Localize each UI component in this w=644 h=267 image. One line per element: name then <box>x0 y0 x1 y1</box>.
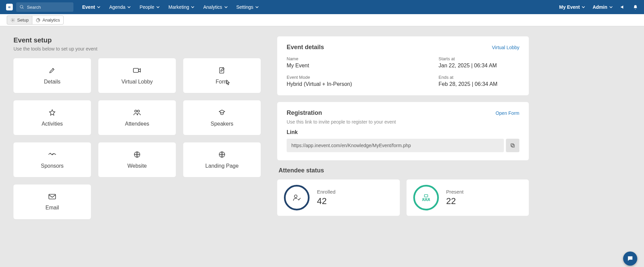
nav-label: People <box>139 4 154 10</box>
speaker-icon <box>218 109 226 116</box>
gear-icon <box>10 18 15 23</box>
chevron-down-icon <box>255 5 259 9</box>
nav-label: Event <box>82 4 95 10</box>
nav-label: Agenda <box>109 4 125 10</box>
enrolled-card[interactable]: Enrolled 42 <box>277 179 400 216</box>
audience-icon <box>421 194 431 201</box>
virtual-lobby-link[interactable]: Virtual Lobby <box>492 45 519 50</box>
enrolled-value: 42 <box>317 196 335 206</box>
svg-point-16 <box>425 198 427 200</box>
tile-label: Email <box>45 205 59 211</box>
tile-form[interactable]: Form <box>183 58 261 93</box>
nav-item-agenda[interactable]: Agenda <box>109 4 131 10</box>
svg-rect-11 <box>512 144 514 147</box>
form-icon <box>218 67 226 74</box>
mode-value: Hybrid (Virtual + In-Person) <box>287 81 418 87</box>
tile-label: Attendees <box>125 121 149 127</box>
nav-item-analytics[interactable]: Analytics <box>203 4 227 10</box>
people-icon <box>133 109 141 116</box>
tile-label: Activities <box>41 121 63 127</box>
bell-icon[interactable] <box>633 5 638 10</box>
pencil-icon <box>48 67 56 74</box>
link-label: Link <box>287 129 519 135</box>
tile-sponsors[interactable]: Sponsors <box>13 142 91 177</box>
mode-label: Event Mode <box>287 75 418 80</box>
copy-icon <box>510 143 515 148</box>
tile-activities[interactable]: Activities <box>13 100 91 135</box>
present-card[interactable]: Present 22 <box>407 179 529 216</box>
top-nav: IE Event Agenda People Marketing Analyti… <box>0 0 644 14</box>
chevron-down-icon <box>224 5 228 9</box>
enrolled-ring <box>284 185 310 210</box>
name-label: Name <box>287 56 418 61</box>
enrolled-label: Enrolled <box>317 189 335 195</box>
setup-column: Event setup Use the tools below to set u… <box>13 36 261 219</box>
globe-icon <box>218 151 226 158</box>
tab-analytics-label: Analytics <box>42 18 60 23</box>
svg-point-15 <box>423 198 424 200</box>
nav-right: My Event Admin <box>559 4 638 10</box>
svg-point-13 <box>294 195 297 198</box>
nav-item-people[interactable]: People <box>139 4 160 10</box>
tile-attendees[interactable]: Attendees <box>98 100 176 135</box>
tab-analytics[interactable]: Analytics <box>32 15 64 25</box>
tile-label: Virtual Lobby <box>121 79 153 85</box>
start-value: Jan 22, 2025 | 06:34 AM <box>439 63 519 69</box>
user-menu[interactable]: Admin <box>592 4 613 10</box>
sub-toolbar: Setup Analytics <box>0 14 644 26</box>
page-subtitle: Use the tools below to set up your event <box>13 46 261 52</box>
name-value: My Event <box>287 63 418 69</box>
tile-email[interactable]: Email <box>13 185 91 219</box>
present-label: Present <box>446 189 464 195</box>
copy-button[interactable] <box>506 139 519 152</box>
setup-grid: Details Virtual Lobby Form Activities At… <box>13 58 261 219</box>
tile-label: Speakers <box>211 121 233 127</box>
tile-speakers[interactable]: Speakers <box>183 100 261 135</box>
svg-rect-12 <box>511 144 514 146</box>
svg-point-0 <box>20 5 23 8</box>
chart-icon <box>36 18 40 23</box>
nav-item-event[interactable]: Event <box>82 4 100 10</box>
event-switcher-label: My Event <box>559 4 580 10</box>
present-ring <box>413 185 439 210</box>
chevron-down-icon <box>97 5 100 9</box>
tile-label: Website <box>127 163 147 169</box>
tile-label: Sponsors <box>41 163 64 169</box>
tile-virtual-lobby[interactable]: Virtual Lobby <box>98 58 176 93</box>
tile-landing-page[interactable]: Landing Page <box>183 142 261 177</box>
tile-website[interactable]: Website <box>98 142 176 177</box>
chevron-down-icon <box>582 5 585 9</box>
search-input[interactable] <box>27 5 70 10</box>
nav-items: Event Agenda People Marketing Analytics … <box>82 4 259 10</box>
attendee-status-title: Attendee status <box>277 167 529 174</box>
info-column: Event details Virtual Lobby Name My Even… <box>277 36 529 216</box>
nav-item-settings[interactable]: Settings <box>236 4 259 10</box>
video-icon <box>133 67 141 74</box>
svg-point-7 <box>137 110 139 112</box>
svg-line-1 <box>23 8 24 9</box>
search-field[interactable] <box>16 2 73 12</box>
nav-label: Marketing <box>168 4 189 10</box>
tile-label: Form <box>216 79 228 85</box>
tab-setup[interactable]: Setup <box>7 15 32 25</box>
mail-icon <box>48 193 56 200</box>
globe-icon <box>133 151 141 158</box>
svg-rect-14 <box>424 195 428 197</box>
main-scroll[interactable]: Event setup Use the tools below to set u… <box>0 26 644 267</box>
start-label: Starts at <box>439 56 519 61</box>
nav-label: Analytics <box>203 4 222 10</box>
page-title: Event setup <box>13 36 261 44</box>
open-form-link[interactable]: Open Form <box>495 110 519 116</box>
nav-item-marketing[interactable]: Marketing <box>168 4 194 10</box>
present-value: 22 <box>446 196 464 206</box>
tile-details[interactable]: Details <box>13 58 91 93</box>
user-label: Admin <box>592 4 607 10</box>
registration-url[interactable]: https://app.inevent.com/en/Knowledge/MyE… <box>287 139 504 152</box>
svg-rect-5 <box>220 67 224 73</box>
svg-rect-10 <box>49 194 56 199</box>
event-switcher[interactable]: My Event <box>559 4 585 10</box>
handshake-icon <box>47 151 57 158</box>
megaphone-icon[interactable] <box>620 4 625 10</box>
help-fab[interactable] <box>623 252 637 266</box>
brand-logo[interactable]: IE <box>6 4 13 10</box>
